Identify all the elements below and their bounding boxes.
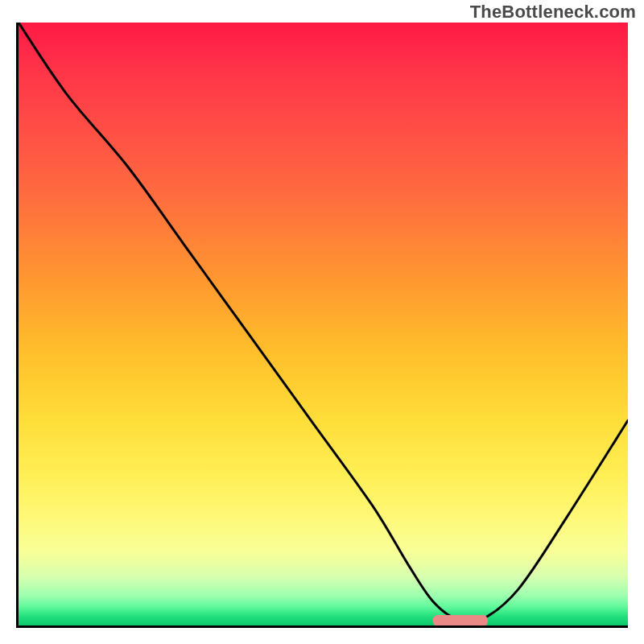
- optimal-marker: [433, 615, 488, 625]
- chart-svg: [19, 23, 628, 625]
- chart-container: TheBottleneck.com: [0, 0, 644, 644]
- plot-area: [16, 23, 628, 628]
- watermark-text: TheBottleneck.com: [470, 2, 636, 23]
- bottleneck-curve: [19, 23, 628, 622]
